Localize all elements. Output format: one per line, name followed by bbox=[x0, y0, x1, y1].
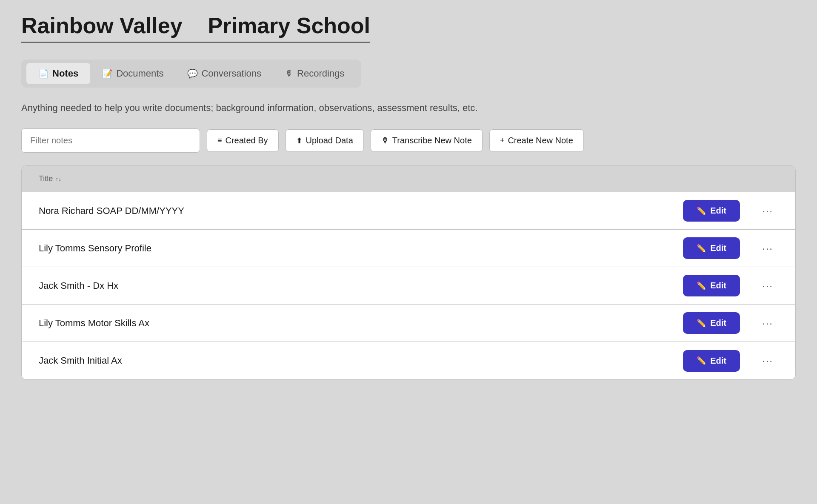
edit-button[interactable]: ✏️ Edit bbox=[683, 200, 740, 222]
conversations-icon: 💬 bbox=[187, 68, 198, 79]
more-options-button[interactable]: ··· bbox=[757, 314, 778, 333]
sort-icon[interactable]: ↑↓ bbox=[55, 176, 61, 182]
more-options-button[interactable]: ··· bbox=[757, 351, 778, 370]
row-title: Lily Tomms Motor Skills Ax bbox=[39, 318, 683, 329]
create-note-label: Create New Note bbox=[508, 136, 573, 145]
table-row: Nora Richard SOAP DD/MM/YYYY ✏️ Edit ··· bbox=[22, 192, 795, 230]
tab-documents[interactable]: 📝 Documents bbox=[90, 63, 175, 84]
tab-notes[interactable]: 📄 Notes bbox=[26, 63, 90, 84]
created-by-button[interactable]: ≡ Created By bbox=[207, 129, 279, 152]
table-row: Jack Smith - Dx Hx ✏️ Edit ··· bbox=[22, 267, 795, 305]
notes-table: Title ↑↓ Nora Richard SOAP DD/MM/YYYY ✏️… bbox=[21, 165, 796, 380]
microphone-icon: 🎙 bbox=[381, 136, 389, 145]
row-title: Lily Tomms Sensory Profile bbox=[39, 243, 683, 254]
upload-icon: ⬆ bbox=[296, 136, 303, 145]
more-options-button[interactable]: ··· bbox=[757, 202, 778, 220]
tab-recordings[interactable]: 🎙 Recordings bbox=[273, 63, 356, 84]
edit-button[interactable]: ✏️ Edit bbox=[683, 312, 740, 334]
upload-data-label: Upload Data bbox=[306, 136, 353, 145]
upload-data-button[interactable]: ⬆ Upload Data bbox=[286, 129, 364, 152]
more-options-button[interactable]: ··· bbox=[757, 239, 778, 258]
page-title-school: Primary School bbox=[195, 13, 370, 43]
pencil-icon: ✏️ bbox=[697, 319, 706, 328]
documents-icon: 📝 bbox=[102, 68, 113, 79]
pencil-icon: ✏️ bbox=[697, 244, 706, 253]
tab-notes-label: Notes bbox=[52, 68, 78, 79]
table-row: Lily Tomms Motor Skills Ax ✏️ Edit ··· bbox=[22, 305, 795, 342]
filter-icon: ≡ bbox=[217, 136, 222, 145]
notes-icon: 📄 bbox=[38, 68, 49, 79]
row-title: Nora Richard SOAP DD/MM/YYYY bbox=[39, 205, 683, 216]
toolbar: ≡ Created By ⬆ Upload Data 🎙 Transcribe … bbox=[21, 128, 796, 153]
tab-documents-label: Documents bbox=[116, 68, 163, 79]
edit-button[interactable]: ✏️ Edit bbox=[683, 350, 740, 372]
edit-button[interactable]: ✏️ Edit bbox=[683, 237, 740, 259]
recordings-icon: 🎙 bbox=[285, 69, 294, 79]
created-by-label: Created By bbox=[226, 136, 268, 145]
title-column-header: Title ↑↓ bbox=[39, 174, 778, 183]
more-options-button[interactable]: ··· bbox=[757, 276, 778, 295]
filter-input[interactable] bbox=[21, 128, 200, 153]
table-header: Title ↑↓ bbox=[22, 166, 795, 192]
transcribe-button[interactable]: 🎙 Transcribe New Note bbox=[371, 129, 483, 152]
row-title: Jack Smith Initial Ax bbox=[39, 355, 683, 366]
page-header: Rainbow Valley Primary School bbox=[21, 13, 796, 43]
transcribe-label: Transcribe New Note bbox=[392, 136, 472, 145]
pencil-icon: ✏️ bbox=[697, 356, 706, 365]
pencil-icon: ✏️ bbox=[697, 206, 706, 216]
tab-recordings-label: Recordings bbox=[297, 68, 344, 79]
edit-button[interactable]: ✏️ Edit bbox=[683, 275, 740, 296]
tab-bar: 📄 Notes 📝 Documents 💬 Conversations 🎙 Re… bbox=[21, 60, 361, 88]
row-title: Jack Smith - Dx Hx bbox=[39, 280, 683, 291]
plus-icon: + bbox=[500, 136, 505, 145]
page-title-rainbow: Rainbow Valley bbox=[21, 13, 195, 43]
tab-conversations-label: Conversations bbox=[201, 68, 261, 79]
tab-conversations[interactable]: 💬 Conversations bbox=[175, 63, 273, 84]
table-row: Lily Tomms Sensory Profile ✏️ Edit ··· bbox=[22, 230, 795, 267]
section-description: Anything needed to help you write docume… bbox=[21, 103, 796, 114]
pencil-icon: ✏️ bbox=[697, 281, 706, 290]
create-note-button[interactable]: + Create New Note bbox=[489, 129, 584, 152]
table-row: Jack Smith Initial Ax ✏️ Edit ··· bbox=[22, 342, 795, 379]
